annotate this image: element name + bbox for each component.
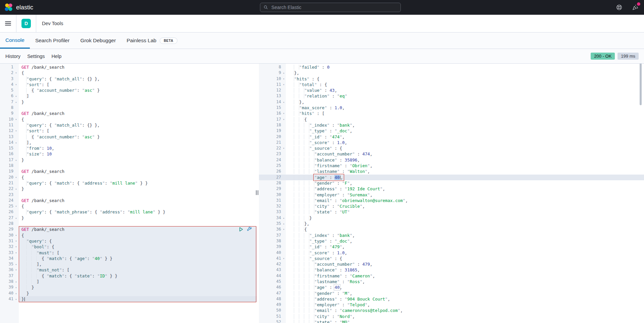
code-line-34[interactable]: 34▴ }: [259, 215, 644, 221]
code-line-32[interactable]: 32▾ "bool": {: [0, 244, 257, 250]
code-line-7[interactable]: 7▴}: [0, 99, 257, 105]
code-line-6[interactable]: 6▴ ]: [0, 93, 257, 99]
code-line-45[interactable]: 45 "lastname" : "Ross",: [259, 279, 644, 284]
elastic-home-link[interactable]: elastic: [0, 3, 33, 12]
code-line-28[interactable]: 28: [0, 221, 257, 227]
code-line-15[interactable]: 15 "max_score" : 1.0,: [259, 105, 644, 111]
fold-toggle-icon[interactable]: ▴: [281, 70, 286, 76]
fold-toggle-icon[interactable]: ▾: [13, 82, 19, 87]
code-line-22[interactable]: 22▴}: [0, 186, 257, 192]
code-line-36[interactable]: 36▾ {: [259, 227, 644, 232]
code-line-35[interactable]: 35▴ ],: [0, 261, 257, 267]
code-line-26[interactable]: 26 "query": { "match_phrase": { "address…: [0, 209, 257, 215]
fold-toggle-icon[interactable]: ▾: [281, 117, 286, 122]
code-line-36[interactable]: 36▾ "must_not": [: [0, 267, 257, 273]
fold-toggle-icon[interactable]: ▾: [13, 233, 19, 238]
code-line-41[interactable]: 41▴}: [0, 296, 257, 302]
code-line-11[interactable]: 11 "query": { "match_all": {} },: [0, 122, 257, 128]
code-line-30[interactable]: 30▾{: [0, 233, 257, 238]
code-line-31[interactable]: 31▾ "query": {: [0, 238, 257, 244]
code-line-23[interactable]: 23 "account_number" : 474,: [259, 151, 644, 157]
code-line-46[interactable]: 46 "age" : 40,: [259, 284, 644, 290]
fold-toggle-icon[interactable]: ▴: [13, 261, 19, 267]
fold-toggle-icon[interactable]: ▾: [13, 117, 19, 122]
code-line-34[interactable]: 34 { "match": { "age": "40" } }: [0, 256, 257, 261]
fold-toggle-icon[interactable]: ▴: [13, 279, 19, 284]
menu-toggle-button[interactable]: [0, 15, 16, 32]
code-line-25[interactable]: 25▾{: [0, 203, 257, 209]
tab-painless-lab[interactable]: Painless Lab BETA: [121, 33, 182, 49]
fold-toggle-icon[interactable]: ▾: [13, 203, 19, 209]
fold-toggle-icon[interactable]: ▾: [281, 256, 286, 261]
code-line-38[interactable]: 38▴ ]: [0, 279, 257, 284]
code-line-4[interactable]: 4▾ "sort": [: [0, 82, 257, 87]
code-line-9[interactable]: 9GET /bank/_search: [0, 111, 257, 116]
code-line-8[interactable]: 8 "failed" : 0: [259, 64, 644, 70]
settings-link[interactable]: Settings: [27, 54, 45, 59]
code-line-37[interactable]: 37 "_index" : "bank",: [259, 233, 644, 238]
code-line-49[interactable]: 49 "employer" : "Telpod",: [259, 302, 644, 308]
code-line-18[interactable]: 18: [0, 163, 257, 169]
tab-search-profiler[interactable]: Search Profiler: [30, 33, 75, 49]
help-menu-button[interactable]: [616, 4, 623, 11]
fold-toggle-icon[interactable]: ▾: [13, 175, 19, 180]
fold-toggle-icon[interactable]: ▴: [13, 284, 19, 290]
code-line-19[interactable]: 19GET /bank/_search: [0, 169, 257, 174]
code-line-14[interactable]: 14▴ ],: [0, 140, 257, 145]
code-line-21[interactable]: 21 "_score" : 1.0,: [259, 140, 644, 145]
code-line-20[interactable]: 20 "_id" : "474",: [259, 134, 644, 140]
request-code-area[interactable]: 1GET /bank/_search2▾{3 "query": { "match…: [0, 64, 257, 302]
code-line-10[interactable]: 10▾{: [0, 117, 257, 122]
code-line-25[interactable]: 25 "firstname" : "Obrien",: [259, 163, 644, 169]
space-avatar[interactable]: D: [21, 19, 31, 28]
code-line-37[interactable]: 37 { "match": { "state": "ID" } }: [0, 273, 257, 279]
global-search-box[interactable]: [260, 3, 401, 12]
code-line-10[interactable]: 10▾ "hits" : {: [259, 76, 644, 82]
search-input[interactable]: [271, 4, 397, 10]
code-line-48[interactable]: 48 "address" : "904 Bouck Court",: [259, 296, 644, 302]
tab-grok-debugger[interactable]: Grok Debugger: [75, 33, 121, 49]
code-line-3[interactable]: 3 "query": { "match_all": {} },: [0, 76, 257, 82]
fold-toggle-icon[interactable]: ▾: [281, 145, 286, 151]
request-options-button[interactable]: [247, 227, 252, 232]
fold-toggle-icon[interactable]: ▴: [13, 186, 19, 192]
code-line-24[interactable]: 24GET /bank/_search: [0, 198, 257, 203]
code-line-8[interactable]: 8: [0, 105, 257, 111]
fold-toggle-icon[interactable]: ▾: [281, 82, 286, 87]
fold-toggle-icon[interactable]: ▾: [13, 244, 19, 250]
fold-toggle-icon[interactable]: ▴: [13, 99, 19, 105]
request-editor-panel[interactable]: 1GET /bank/_search2▾{3 "query": { "match…: [0, 64, 257, 323]
code-line-21[interactable]: 21 "query": { "match": { "address": "mil…: [0, 180, 257, 186]
fold-toggle-icon[interactable]: ▴: [281, 221, 286, 227]
code-line-33[interactable]: 33 "state" : "UT": [259, 209, 644, 215]
code-line-31[interactable]: 31 "email" : "obrienwalton@suremax.com",: [259, 198, 644, 203]
code-line-39[interactable]: 39▴ }: [0, 284, 257, 290]
code-line-1[interactable]: 1GET /bank/_search: [0, 64, 257, 70]
response-viewer-panel[interactable]: 8 "failed" : 09▴ },10▾ "hits" : {11▾ "to…: [259, 64, 644, 323]
code-line-12[interactable]: 12▾ "sort": [: [0, 128, 257, 134]
fold-toggle-icon[interactable]: ▴: [281, 99, 286, 105]
code-line-40[interactable]: 40 "_score" : 1.0,: [259, 250, 644, 256]
code-line-47[interactable]: 47 "gender" : "M",: [259, 290, 644, 296]
fold-toggle-icon[interactable]: ▴: [13, 296, 19, 302]
code-line-43[interactable]: 43 "balance" : 31865,: [259, 267, 644, 273]
code-line-22[interactable]: 22▾ "_source" : {: [259, 145, 644, 151]
fold-toggle-icon[interactable]: ▴: [13, 157, 19, 163]
code-line-51[interactable]: 51 "city" : "Nord",: [259, 314, 644, 319]
fold-toggle-icon[interactable]: ▴: [281, 215, 286, 221]
code-line-12[interactable]: 12 "value" : 43,: [259, 87, 644, 93]
code-line-52[interactable]: 52 "state" : "MO": [259, 319, 644, 323]
code-line-13[interactable]: 13 "relation" : "eq": [259, 93, 644, 99]
code-line-5[interactable]: 5 { "account_number": "asc" }: [0, 87, 257, 93]
tab-console[interactable]: Console: [0, 33, 30, 49]
code-line-15[interactable]: 15 "from": 10,: [0, 145, 257, 151]
code-line-33[interactable]: 33▾ "must": [: [0, 250, 257, 256]
fold-toggle-icon[interactable]: ▾: [281, 76, 286, 82]
code-line-35[interactable]: 35▴ },: [259, 221, 644, 227]
code-line-38[interactable]: 38 "_type" : "_doc",: [259, 238, 644, 244]
fold-toggle-icon[interactable]: ▾: [13, 267, 19, 273]
code-line-16[interactable]: 16▾ "hits" : [: [259, 111, 644, 116]
response-scrollbar-thumb[interactable]: [640, 64, 642, 105]
code-line-16[interactable]: 16 "size": 10: [0, 151, 257, 157]
send-request-button[interactable]: [238, 227, 244, 232]
